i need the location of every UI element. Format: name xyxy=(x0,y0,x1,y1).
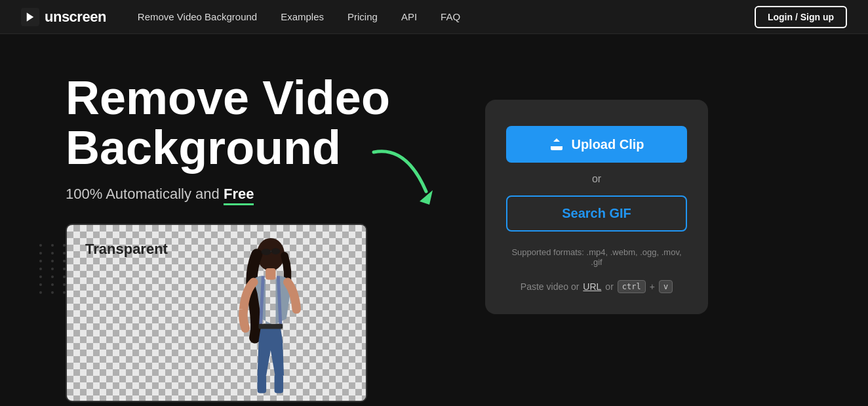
svg-marker-0 xyxy=(27,12,34,22)
nav-examples[interactable]: Examples xyxy=(281,11,324,22)
svg-point-9 xyxy=(271,248,280,254)
hero-section: Remove Video Background 100% Automatical… xyxy=(66,73,446,402)
arrow-decoration xyxy=(367,139,446,218)
preview-label: Transparent xyxy=(85,241,168,258)
supported-formats: Supported formats: .mp4, .webm, .ogg, .m… xyxy=(506,247,687,267)
nav-links: Remove Video Background Examples Pricing… xyxy=(138,11,755,22)
preview-inner: Transparent xyxy=(67,225,366,401)
svg-rect-7 xyxy=(275,375,283,394)
svg-rect-5 xyxy=(259,324,283,329)
paste-row: Paste video or URL or ctrl + v xyxy=(521,280,673,293)
logo-icon xyxy=(21,8,39,26)
navbar: unscreen Remove Video Background Example… xyxy=(0,0,868,34)
ctrl-key: ctrl xyxy=(618,280,646,293)
login-signup-button[interactable]: Login / Sign up xyxy=(755,6,847,28)
upload-card: Upload Clip or Search GIF Supported form… xyxy=(485,100,708,314)
logo[interactable]: unscreen xyxy=(21,8,106,26)
logo-text: unscreen xyxy=(45,9,106,26)
nav-remove-video-bg[interactable]: Remove Video Background xyxy=(138,11,257,22)
paste-url-link[interactable]: URL xyxy=(583,281,601,292)
or-divider: or xyxy=(592,173,601,185)
main-content: Remove Video Background 100% Automatical… xyxy=(0,34,868,406)
svg-point-8 xyxy=(261,249,271,255)
nav-faq[interactable]: FAQ xyxy=(441,11,460,22)
upload-clip-button[interactable]: Upload Clip xyxy=(506,126,687,163)
upload-icon xyxy=(549,136,564,152)
preview-card: Transparent xyxy=(66,224,367,402)
nav-pricing[interactable]: Pricing xyxy=(347,11,378,22)
v-key: v xyxy=(659,280,673,293)
play-icon xyxy=(24,11,36,23)
person-figure xyxy=(208,237,326,401)
search-gif-button[interactable]: Search GIF xyxy=(506,195,687,232)
nav-api[interactable]: API xyxy=(401,11,417,22)
svg-rect-6 xyxy=(258,375,266,394)
svg-rect-2 xyxy=(266,268,275,279)
